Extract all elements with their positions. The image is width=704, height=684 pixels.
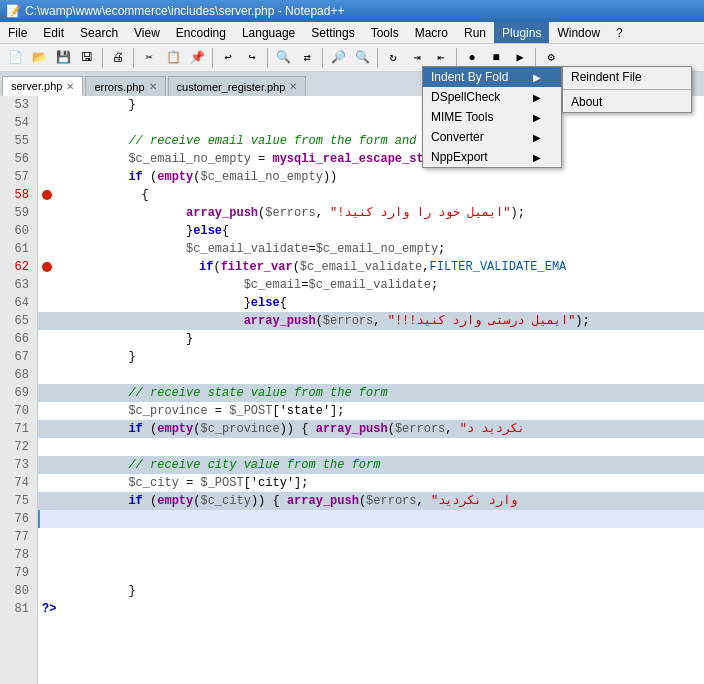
menu-edit[interactable]: Edit bbox=[35, 22, 72, 43]
sep3 bbox=[212, 48, 213, 68]
menu-run[interactable]: Run bbox=[456, 22, 494, 43]
btn-save-all[interactable]: 🖫 bbox=[76, 47, 98, 69]
code-line-62: if(filter_var($c_email_validate,FILTER_V… bbox=[38, 258, 704, 276]
code-line-73: // receive city value from the form bbox=[38, 456, 704, 474]
code-line-63: $c_email=$c_email_validate; bbox=[38, 276, 704, 294]
btn-macro3[interactable]: ▶ bbox=[509, 47, 531, 69]
line-75: 75 bbox=[0, 492, 33, 510]
code-line-68 bbox=[38, 366, 704, 384]
menu-language[interactable]: Language bbox=[234, 22, 303, 43]
menu-bar: File Edit Search View Encoding Language … bbox=[0, 22, 704, 44]
menu-plugins[interactable]: Plugins bbox=[494, 22, 549, 43]
code-line-70: $c_province = $_POST['state']; bbox=[38, 402, 704, 420]
btn-indent[interactable]: ⇤ bbox=[430, 47, 452, 69]
code-line-60: }else{ bbox=[38, 222, 704, 240]
line-62: 62 bbox=[0, 258, 33, 276]
menu-help[interactable]: ? bbox=[608, 22, 631, 43]
code-line-59: array_push($errors, "!ایمیل خود را وارد … bbox=[38, 204, 704, 222]
btn-redo[interactable]: ↪ bbox=[241, 47, 263, 69]
code-line-61: $c_email_validate=$c_email_no_empty; bbox=[38, 240, 704, 258]
line-78: 78 bbox=[0, 546, 33, 564]
tab-bar: server.php ✕ errors.php ✕ customer_regis… bbox=[0, 72, 704, 96]
btn-open[interactable]: 📂 bbox=[28, 47, 50, 69]
code-line-76 bbox=[38, 510, 704, 528]
sep4 bbox=[267, 48, 268, 68]
btn-print[interactable]: 🖨 bbox=[107, 47, 129, 69]
code-line-74: $c_city = $_POST['city']; bbox=[38, 474, 704, 492]
code-line-65: array_push($errors, "!!!ایمیل درستی وارد… bbox=[38, 312, 704, 330]
code-line-81: ?> bbox=[38, 600, 704, 618]
menu-tools[interactable]: Tools bbox=[363, 22, 407, 43]
line-56: 56 bbox=[0, 150, 33, 168]
code-line-80: } bbox=[38, 582, 704, 600]
btn-paste[interactable]: 📌 bbox=[186, 47, 208, 69]
tab-customer-register-php[interactable]: customer_register.php ✕ bbox=[168, 76, 307, 96]
code-line-79 bbox=[38, 564, 704, 582]
btn-new[interactable]: 📄 bbox=[4, 47, 26, 69]
tab-errors-php-close[interactable]: ✕ bbox=[149, 81, 157, 92]
code-area[interactable]: } // receive email value from the form a… bbox=[38, 96, 704, 684]
tab-server-php-label: server.php bbox=[11, 80, 62, 92]
line-81: 81 bbox=[0, 600, 33, 618]
line-80: 80 bbox=[0, 582, 33, 600]
code-line-58: { bbox=[38, 186, 704, 204]
title-icon: 📝 bbox=[6, 4, 21, 18]
menu-window[interactable]: Window bbox=[549, 22, 608, 43]
line-60: 60 bbox=[0, 222, 33, 240]
line-79: 79 bbox=[0, 564, 33, 582]
line-71: 71 bbox=[0, 420, 33, 438]
tab-errors-php[interactable]: errors.php ✕ bbox=[85, 76, 165, 96]
tab-server-php-close[interactable]: ✕ bbox=[66, 81, 74, 92]
line-64: 64 bbox=[0, 294, 33, 312]
btn-undo[interactable]: ↩ bbox=[217, 47, 239, 69]
tab-customer-register-php-label: customer_register.php bbox=[177, 81, 286, 93]
btn-macro1[interactable]: ● bbox=[461, 47, 483, 69]
code-line-71: if (empty($c_province)) { array_push($er… bbox=[38, 420, 704, 438]
sep6 bbox=[377, 48, 378, 68]
line-53: 53 bbox=[0, 96, 33, 114]
line-57: 57 bbox=[0, 168, 33, 186]
line-68: 68 bbox=[0, 366, 33, 384]
btn-wrap[interactable]: ⇥ bbox=[406, 47, 428, 69]
btn-settings[interactable]: ⚙ bbox=[540, 47, 562, 69]
btn-sync[interactable]: ↻ bbox=[382, 47, 404, 69]
menu-encoding[interactable]: Encoding bbox=[168, 22, 234, 43]
line-76: 76 bbox=[0, 510, 33, 528]
menu-settings[interactable]: Settings bbox=[303, 22, 362, 43]
btn-macro2[interactable]: ■ bbox=[485, 47, 507, 69]
btn-save[interactable]: 💾 bbox=[52, 47, 74, 69]
code-line-72 bbox=[38, 438, 704, 456]
line-61: 61 bbox=[0, 240, 33, 258]
line-59: 59 bbox=[0, 204, 33, 222]
code-line-55: // receive email value from the form and… bbox=[38, 132, 704, 150]
line-74: 74 bbox=[0, 474, 33, 492]
btn-copy[interactable]: 📋 bbox=[162, 47, 184, 69]
line-65: 65 bbox=[0, 312, 33, 330]
line-55: 55 bbox=[0, 132, 33, 150]
code-line-67: } bbox=[38, 348, 704, 366]
btn-replace[interactable]: ⇄ bbox=[296, 47, 318, 69]
tab-errors-php-label: errors.php bbox=[94, 81, 144, 93]
line-63: 63 bbox=[0, 276, 33, 294]
btn-zoom-out[interactable]: 🔍 bbox=[351, 47, 373, 69]
sep1 bbox=[102, 48, 103, 68]
code-line-53: } bbox=[38, 96, 704, 114]
code-line-75: if (empty($c_city)) { array_push($errors… bbox=[38, 492, 704, 510]
menu-search[interactable]: Search bbox=[72, 22, 126, 43]
toolbar: 📄 📂 💾 🖫 🖨 ✂ 📋 📌 ↩ ↪ 🔍 ⇄ 🔎 🔍 ↻ ⇥ ⇤ ● ■ ▶ … bbox=[0, 44, 704, 72]
line-67: 67 bbox=[0, 348, 33, 366]
code-line-66: } bbox=[38, 330, 704, 348]
code-line-64: }else{ bbox=[38, 294, 704, 312]
tab-server-php[interactable]: server.php ✕ bbox=[2, 76, 83, 96]
menu-view[interactable]: View bbox=[126, 22, 168, 43]
sep5 bbox=[322, 48, 323, 68]
line-58: 58 bbox=[0, 186, 33, 204]
menu-macro[interactable]: Macro bbox=[407, 22, 456, 43]
code-line-56: $c_email_no_empty = mysqli_real_escape_s… bbox=[38, 150, 704, 168]
btn-cut[interactable]: ✂ bbox=[138, 47, 160, 69]
menu-file[interactable]: File bbox=[0, 22, 35, 43]
btn-find[interactable]: 🔍 bbox=[272, 47, 294, 69]
btn-zoom-in[interactable]: 🔎 bbox=[327, 47, 349, 69]
tab-customer-register-php-close[interactable]: ✕ bbox=[289, 81, 297, 92]
code-line-57: if (empty($c_email_no_empty)) bbox=[38, 168, 704, 186]
